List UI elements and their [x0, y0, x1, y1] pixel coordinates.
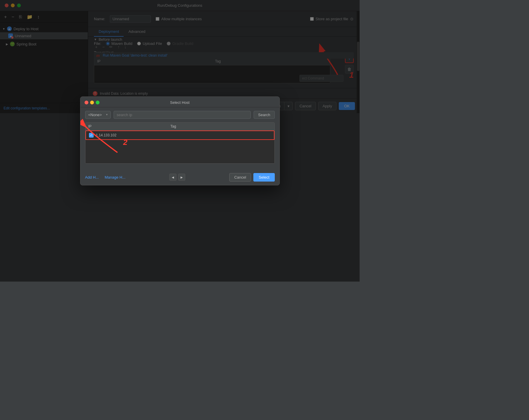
dialog-footer-right: Cancel Select [229, 173, 275, 182]
dialog-title-bar: Select Host [80, 97, 279, 107]
dialog-table-header: IP Tag [85, 123, 274, 131]
dialog-table-row[interactable]: ✓ 1.14.133.102 [85, 131, 274, 140]
dialog-search-row: <None> Search [85, 111, 275, 119]
prev-page-button[interactable]: ◀ [169, 174, 176, 181]
search-button[interactable]: Search [254, 111, 274, 119]
dialog-table: IP Tag ✓ 1.14.133.102 [85, 122, 275, 164]
dialog-title: Select Host [85, 100, 275, 105]
dialog-cell-tag [168, 133, 274, 137]
dialog-minimize-button[interactable] [90, 101, 94, 104]
dialog-cell-ip: ✓ 1.14.133.102 [86, 131, 168, 139]
dialog-footer-left: Add H... Manage H... [85, 175, 126, 179]
dialog-maximize-button[interactable] [96, 101, 100, 104]
dialog-traffic-lights [85, 101, 100, 104]
dialog-pagination: ◀ ▶ [169, 174, 185, 181]
manage-host-link[interactable]: Manage H... [105, 175, 125, 179]
dialog-th-ip: IP [85, 123, 168, 130]
dialog-close-button[interactable] [85, 101, 88, 104]
dialog-th-tag: Tag [168, 123, 274, 130]
ip-checkbox[interactable]: ✓ [89, 133, 94, 138]
filter-dropdown[interactable]: <None> [85, 111, 111, 119]
modal-overlay: Select Host <None> Search IP Tag [0, 0, 360, 282]
ip-value: 1.14.133.102 [96, 133, 117, 137]
dialog-select-button[interactable]: Select [253, 173, 274, 182]
dialog-footer: Add H... Manage H... ◀ ▶ Cancel Select [80, 171, 279, 185]
dialog-empty-space [85, 140, 274, 163]
search-ip-input[interactable] [114, 111, 251, 119]
filter-dropdown-wrapper: <None> [85, 111, 111, 119]
add-host-link[interactable]: Add H... [85, 175, 99, 179]
dialog-body: <None> Search IP Tag ✓ 1.14.133 [80, 107, 279, 171]
dialog-cancel-button[interactable]: Cancel [229, 173, 251, 182]
dialog-table-body: ✓ 1.14.133.102 [85, 131, 274, 163]
select-host-dialog: Select Host <None> Search IP Tag [80, 96, 280, 185]
next-page-button[interactable]: ▶ [178, 174, 185, 181]
